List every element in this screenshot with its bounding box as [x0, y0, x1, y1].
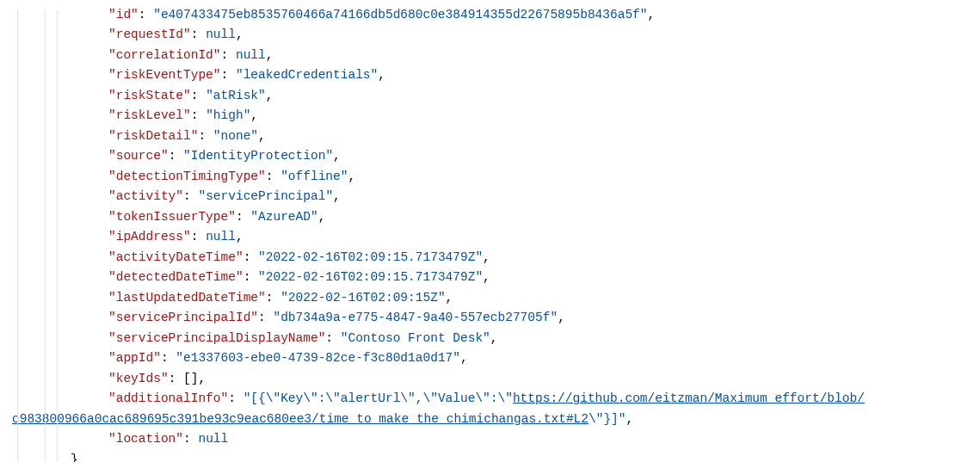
json-value: high	[213, 108, 243, 122]
json-value: leakedCredentials	[243, 68, 371, 82]
json-line-id: "id": "e407433475eb8535760466a74166db5d6…	[0, 5, 975, 25]
json-line-lastUpdatedDateTime: "lastUpdatedDateTime": "2022-02-16T02:09…	[0, 288, 975, 308]
json-null: null	[206, 230, 236, 243]
json-key: activityDateTime	[116, 250, 236, 264]
json-line-additionalInfo-wrap: c983800966a0cac689695c391be93c9eac680ee3…	[0, 410, 975, 429]
json-value: IdentityProtection	[191, 149, 326, 163]
json-code-block: "id": "e407433475eb8535760466a74166db5d6…	[0, 5, 975, 462]
json-key: location	[116, 432, 176, 446]
json-line-riskLevel: "riskLevel": "high",	[0, 106, 975, 126]
json-null: null	[236, 48, 266, 62]
json-key: riskState	[116, 89, 183, 102]
json-line-ipAddress: "ipAddress": null,	[0, 227, 975, 247]
json-value: Contoso Front Desk	[348, 331, 483, 345]
json-value-suffix: \"}]	[589, 412, 619, 426]
json-line-detectionTimingType: "detectionTimingType": "offline",	[0, 167, 975, 187]
embedded-url-link[interactable]: c983800966a0cac689695c391be93c9eac680ee3…	[12, 412, 589, 426]
json-value: db734a9a-e775-4847-9a40-557ecb27705f	[280, 311, 550, 324]
json-value: none	[221, 129, 251, 143]
json-line-keyIds: "keyIds": [],	[0, 369, 975, 389]
json-null: null	[198, 432, 228, 446]
json-key: correlationId	[116, 48, 213, 62]
json-line-riskDetail: "riskDetail": "none",	[0, 126, 975, 146]
json-line-detectedDateTime: "detectedDateTime": "2022-02-16T02:09:15…	[0, 268, 975, 287]
json-close-brace: }	[0, 450, 975, 462]
json-line-correlationId: "correlationId": null,	[0, 46, 975, 65]
json-line-activityDateTime: "activityDateTime": "2022-02-16T02:09:15…	[0, 248, 975, 268]
json-line-activity: "activity": "servicePrincipal",	[0, 187, 975, 206]
json-value: e1337603-ebe0-4739-82ce-f3c80d1a0d17	[183, 351, 453, 365]
json-value: AzureAD	[258, 210, 311, 224]
json-line-servicePrincipalId: "servicePrincipalId": "db734a9a-e775-484…	[0, 308, 975, 328]
json-line-location: "location": null	[0, 429, 975, 449]
json-line-source: "source": "IdentityProtection",	[0, 146, 975, 166]
json-key: riskEventType	[116, 68, 213, 82]
json-key: riskDetail	[116, 129, 191, 143]
json-value: []	[183, 372, 198, 385]
json-value: atRisk	[213, 89, 258, 102]
json-key: requestId	[116, 28, 183, 41]
json-value: 2022-02-16T02:09:15.7173479Z	[266, 270, 476, 284]
json-key: id	[116, 8, 131, 22]
json-key: detectionTimingType	[116, 169, 258, 183]
json-line-tokenIssuerType: "tokenIssuerType": "AzureAD",	[0, 207, 975, 227]
json-value: e407433475eb8535760466a74166db5d680c0e38…	[161, 8, 640, 22]
json-key: servicePrincipalId	[116, 311, 251, 324]
json-key: source	[116, 149, 161, 163]
json-null: null	[206, 28, 236, 41]
embedded-url-link[interactable]: https://github.com/eitzman/Maximum_effor…	[513, 391, 865, 405]
json-key: lastUpdatedDateTime	[116, 291, 258, 305]
json-line-additionalInfo: "additionalInfo": "[{\"Key\":\"alertUrl\…	[0, 389, 975, 409]
json-key: riskLevel	[116, 108, 183, 122]
json-key: ipAddress	[116, 230, 183, 243]
json-line-requestId: "requestId": null,	[0, 25, 975, 45]
json-value: servicePrincipal	[206, 189, 325, 203]
json-key: activity	[116, 189, 176, 203]
json-key: additionalInfo	[116, 391, 221, 405]
json-line-riskEventType: "riskEventType": "leakedCredentials",	[0, 65, 975, 85]
json-line-riskState: "riskState": "atRisk",	[0, 86, 975, 106]
json-value-prefix: [{\"Key\":\"alertUrl\",\"Value\":\"	[250, 391, 513, 405]
json-value: 2022-02-16T02:09:15.7173479Z	[266, 250, 476, 264]
json-key: servicePrincipalDisplayName	[116, 331, 318, 345]
json-key: detectedDateTime	[116, 270, 236, 284]
json-value: 2022-02-16T02:09:15Z	[288, 291, 438, 305]
json-value: offline	[288, 169, 341, 183]
json-key: appId	[116, 351, 154, 365]
json-key: keyIds	[116, 372, 161, 385]
json-line-appId: "appId": "e1337603-ebe0-4739-82ce-f3c80d…	[0, 348, 975, 368]
json-line-servicePrincipalDisplayName: "servicePrincipalDisplayName": "Contoso …	[0, 329, 975, 348]
json-key: tokenIssuerType	[116, 210, 229, 224]
